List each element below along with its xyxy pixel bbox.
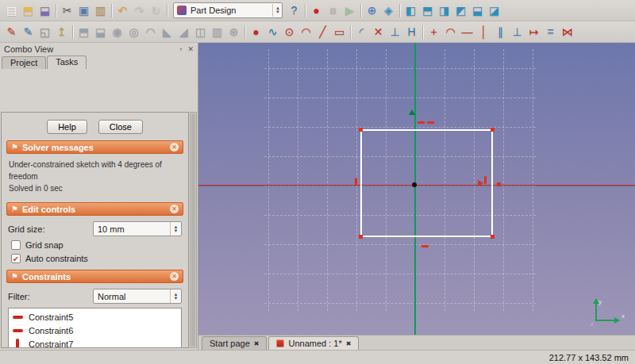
view-axonometric-icon[interactable]: ◈ bbox=[380, 2, 397, 19]
view-rear-icon[interactable]: ◩ bbox=[452, 2, 469, 19]
constraint-point-on-object-icon[interactable]: ◠ bbox=[442, 24, 459, 40]
cursor-coordinates: 212.77 x 143.52 mm bbox=[549, 353, 629, 362]
constraint-symmetric-icon[interactable]: ⋈ bbox=[559, 24, 575, 40]
pocket-icon[interactable]: ⬓ bbox=[92, 24, 109, 40]
macro-stop-icon[interactable]: ■ bbox=[325, 2, 341, 19]
scrollbar-thumb[interactable] bbox=[191, 113, 195, 347]
constraint-distance-icon[interactable]: ↦ bbox=[525, 24, 542, 40]
help-button[interactable]: Help bbox=[47, 120, 87, 134]
zoom-fit-all-icon[interactable]: ⊕ bbox=[364, 2, 380, 19]
open-folder-icon[interactable]: ⬒ bbox=[20, 2, 37, 19]
toolbar-file-group: ▤⬒⬓✂▣▥↶↷↻ bbox=[3, 2, 170, 19]
grid-line bbox=[264, 98, 536, 98]
constraints-title: Constraints bbox=[22, 272, 71, 282]
fillet-sketch-icon[interactable]: ◜ bbox=[353, 24, 370, 40]
tab-close-icon[interactable]: ✖ bbox=[254, 340, 260, 347]
view-bottom-icon[interactable]: ⬓ bbox=[469, 2, 486, 19]
toggle-construction-icon[interactable]: H bbox=[403, 24, 420, 40]
create-sketch-icon[interactable]: ✎ bbox=[3, 24, 20, 40]
create-arc-icon[interactable]: ◠ bbox=[298, 24, 314, 40]
constraint-list-item[interactable]: Constraint7 bbox=[10, 337, 179, 348]
horizontal-constraint-marker[interactable] bbox=[427, 121, 434, 124]
constraint-perpendicular-icon[interactable]: ⊥ bbox=[509, 24, 525, 40]
vertical-constraint-marker[interactable] bbox=[355, 178, 357, 186]
tab-start-page[interactable]: Start page ✖ bbox=[202, 336, 267, 350]
workbench-selector[interactable]: Part Design ▲▼ bbox=[173, 2, 283, 18]
mirrored-icon[interactable]: ◫ bbox=[192, 24, 209, 40]
axis-endpoint-marker[interactable] bbox=[497, 182, 501, 186]
constraint-list-item[interactable]: Constraint6 bbox=[10, 324, 179, 337]
float-panel-icon[interactable]: ▫ bbox=[179, 45, 182, 53]
horizontal-constraint-marker[interactable] bbox=[418, 121, 425, 124]
grid-size-combobox[interactable]: 10 mm ▲▼ bbox=[93, 221, 182, 236]
constraints-header: ⚑ Constraints ✕ bbox=[6, 270, 183, 283]
revolution-icon[interactable]: ◉ bbox=[109, 24, 125, 40]
create-polyline-icon[interactable]: ∿ bbox=[264, 24, 281, 40]
origin-point[interactable] bbox=[412, 182, 417, 187]
tab-tasks[interactable]: Tasks bbox=[47, 56, 87, 69]
chamfer-icon[interactable]: ◣ bbox=[159, 24, 175, 40]
vertex-handle[interactable] bbox=[359, 235, 363, 239]
polar-pattern-icon[interactable]: ⊛ bbox=[225, 24, 242, 40]
horizontal-constraint-marker[interactable] bbox=[421, 245, 429, 247]
constraint-horizontal-icon[interactable]: — bbox=[459, 24, 475, 40]
tab-close-icon[interactable]: ✖ bbox=[346, 340, 352, 347]
grid-size-label: Grid size: bbox=[8, 224, 44, 234]
draft-icon[interactable]: ◢ bbox=[175, 24, 192, 40]
paste-icon[interactable]: ▥ bbox=[92, 2, 109, 19]
sketch-rectangle[interactable] bbox=[360, 129, 493, 237]
map-sketch-icon[interactable]: ◱ bbox=[37, 24, 53, 40]
refresh-icon[interactable]: ↻ bbox=[148, 2, 164, 19]
create-point-icon[interactable]: ● bbox=[248, 24, 264, 40]
3d-viewport[interactable]: x y z bbox=[198, 43, 635, 335]
vertex-handle[interactable] bbox=[359, 128, 363, 132]
constraint-parallel-icon[interactable]: ∥ bbox=[492, 24, 509, 40]
constraint-vertical-icon[interactable]: │ bbox=[475, 24, 492, 40]
fillet-icon[interactable]: ◠ bbox=[142, 24, 159, 40]
grid-snap-checkbox[interactable]: Grid snap bbox=[2, 236, 188, 250]
grid-line bbox=[503, 49, 504, 311]
create-rectangle-icon[interactable]: ▭ bbox=[331, 24, 348, 40]
redo-icon[interactable]: ↷ bbox=[131, 2, 148, 19]
whats-this-icon[interactable]: ? bbox=[286, 2, 302, 19]
linear-pattern-icon[interactable]: ▥ bbox=[209, 24, 225, 40]
constraint-equal-icon[interactable]: = bbox=[542, 24, 559, 40]
save-icon[interactable]: ⬓ bbox=[37, 2, 53, 19]
constraint-coincident-icon[interactable]: + bbox=[425, 24, 442, 40]
close-panel-icon[interactable]: ✕ bbox=[187, 45, 194, 53]
create-line-icon[interactable]: ╱ bbox=[314, 24, 331, 40]
auto-constraints-checkbox[interactable]: ✔ Auto constraints bbox=[2, 250, 188, 263]
view-right-icon[interactable]: ◨ bbox=[436, 2, 452, 19]
constraint-filter-combobox[interactable]: Normal ▲▼ bbox=[93, 289, 182, 304]
view-front-icon[interactable]: ◧ bbox=[402, 2, 419, 19]
cut-icon[interactable]: ✂ bbox=[59, 2, 75, 19]
panel-scrollbar[interactable] bbox=[190, 112, 197, 348]
undo-icon[interactable]: ↶ bbox=[114, 2, 131, 19]
view-top-icon[interactable]: ⬒ bbox=[419, 2, 436, 19]
tab-unnamed-document[interactable]: Unnamed : 1* ✖ bbox=[268, 336, 359, 350]
constraint-list-item[interactable]: Constraint5 bbox=[10, 310, 179, 324]
pad-icon[interactable]: ⬒ bbox=[75, 24, 92, 40]
close-button[interactable]: Close bbox=[98, 120, 143, 134]
vertex-handle[interactable] bbox=[491, 235, 495, 239]
reorient-sketch-icon[interactable]: ↥ bbox=[53, 24, 70, 40]
view-left-icon[interactable]: ◪ bbox=[486, 2, 502, 19]
tab-project[interactable]: Project bbox=[2, 56, 46, 69]
collapse-section-icon[interactable]: ✕ bbox=[170, 143, 179, 151]
combo-view-panel: Combo View ▫ ✕ Project Tasks Help Close … bbox=[0, 43, 198, 350]
external-geometry-icon[interactable]: ⊥ bbox=[387, 24, 403, 40]
grid-line bbox=[264, 244, 536, 245]
vertical-constraint-marker[interactable] bbox=[484, 176, 487, 184]
groove-icon[interactable]: ◎ bbox=[125, 24, 142, 40]
vertex-handle[interactable] bbox=[491, 128, 495, 132]
create-circle-icon[interactable]: ⊙ bbox=[281, 24, 298, 40]
macro-execute-icon[interactable]: ▶ bbox=[341, 2, 358, 19]
collapse-section-icon[interactable]: ✕ bbox=[170, 205, 179, 213]
macro-record-icon[interactable]: ● bbox=[308, 2, 325, 19]
collapse-section-icon[interactable]: ✕ bbox=[170, 272, 179, 281]
new-document-icon[interactable]: ▤ bbox=[3, 2, 20, 19]
edit-sketch-icon[interactable]: ✎ bbox=[20, 24, 37, 40]
trim-edge-icon[interactable]: ✕ bbox=[370, 24, 387, 40]
combo-view-titlebar: Combo View ▫ ✕ bbox=[0, 43, 198, 56]
copy-icon[interactable]: ▣ bbox=[75, 2, 92, 19]
